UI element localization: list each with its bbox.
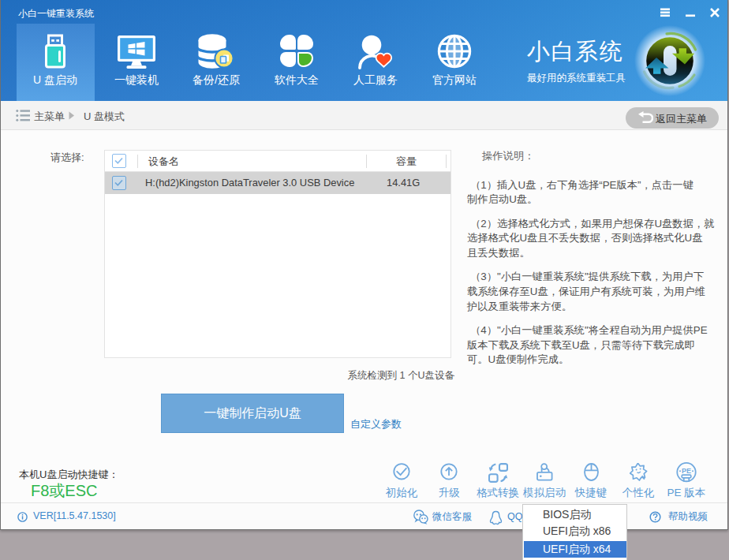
svg-text:PE: PE <box>682 467 691 475</box>
